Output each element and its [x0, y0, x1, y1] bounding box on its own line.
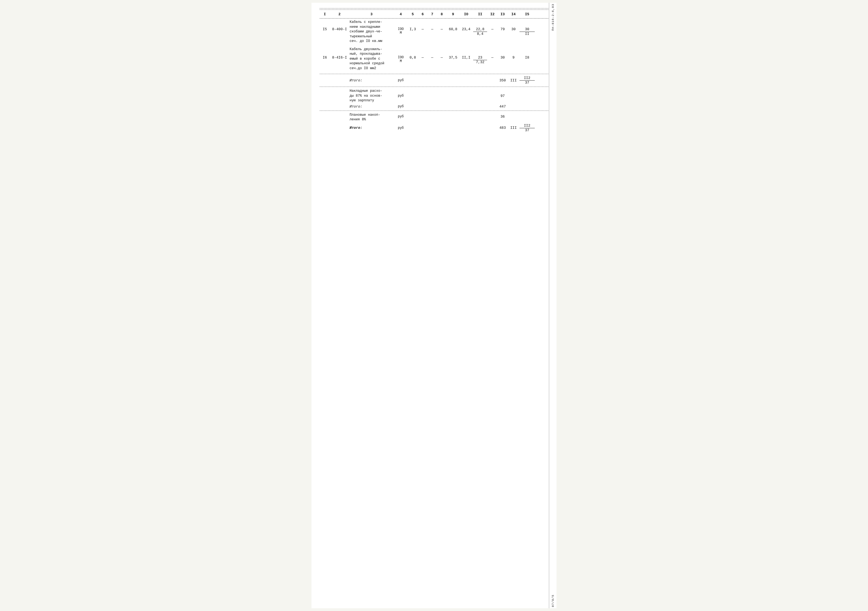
- row-i5-col4: IOOМ: [394, 20, 408, 35]
- pl-c14: [508, 112, 519, 113]
- pl-unit: руб: [394, 112, 408, 119]
- row-i6-col11: 23 7,32: [473, 47, 488, 65]
- row-i5-col15: 30 II: [519, 20, 535, 36]
- s2-c1: [320, 106, 330, 107]
- col-header-12: I2: [488, 12, 497, 17]
- nak-c7: [428, 88, 437, 89]
- nak-c14: [508, 88, 519, 89]
- nak-c1: [320, 88, 330, 89]
- s1-c4: руб: [394, 78, 408, 82]
- col-header-6: 6: [418, 12, 428, 17]
- s1-c15: II2 37: [519, 76, 535, 85]
- nak-c6: [418, 88, 428, 89]
- s2-c2: [330, 106, 349, 107]
- col-header-4: 4: [394, 12, 408, 17]
- s3-c15: II2 37: [519, 123, 535, 133]
- s3-c13: 483: [497, 126, 508, 130]
- pl-c2: [330, 112, 349, 113]
- s3-c9: [446, 128, 460, 128]
- row-i6-col2: 8-4I6-I: [330, 47, 349, 60]
- nak-c15: [519, 88, 535, 89]
- divider-1: [320, 74, 548, 74]
- nak-c5: [408, 88, 418, 89]
- pl-c1: [320, 112, 330, 113]
- col-header-10: IO: [460, 12, 473, 17]
- s2-c8: [437, 106, 446, 107]
- row-i5-col2: 8-400-I: [330, 20, 349, 32]
- pl-c12: [488, 112, 497, 113]
- s3-unit: руб: [394, 126, 408, 130]
- pl-c10: [460, 112, 473, 113]
- s2-label: Итого:: [349, 104, 394, 109]
- row-i6-col1: I6: [320, 47, 330, 60]
- pl-c13: 36: [497, 112, 508, 119]
- s1-label: Итого:: [349, 78, 394, 83]
- row-i5-col14: 30: [508, 20, 519, 32]
- nak-c2: [330, 88, 349, 89]
- pl-c11: [473, 112, 488, 113]
- s1-c6: [418, 80, 428, 81]
- row-i5-col9: 60,8: [446, 20, 460, 32]
- row-i5-col6: —: [418, 20, 428, 32]
- page-wrapper: I 2 3 4 5 6 7 8 9 IO II I2 I3 I4 I5 I5 8…: [312, 3, 556, 608]
- col-header-8: 8: [437, 12, 446, 17]
- col-header-15: I5: [519, 12, 535, 17]
- second-border: [320, 9, 548, 10]
- s2-c11: [473, 106, 488, 107]
- s2-c13: 447: [497, 104, 508, 109]
- summary-itogo-3: Итого: руб 483 III II2 37: [320, 123, 548, 133]
- row-i6-col3: Кабель двухжиль- ный, прокладыва- емый в…: [349, 47, 394, 71]
- s2-c9: [446, 106, 460, 107]
- row-i6-col15: I8: [519, 47, 535, 60]
- summary-itogo-2: Итого: руб 447: [320, 104, 548, 109]
- s3-c5: [408, 128, 418, 128]
- nak-c9: [446, 88, 460, 89]
- nak-c13: 97: [497, 88, 508, 98]
- s2-c14: [508, 106, 519, 107]
- s1-c7: [428, 80, 437, 81]
- row-i5-col3: Кабель с крепле- нием накладными скобами…: [349, 20, 394, 44]
- row-i5-col7: —: [428, 20, 437, 32]
- col-header-5: 5: [408, 12, 418, 17]
- s2-c12: [488, 106, 497, 107]
- pl-label: Плановые накоп- ления 8%: [349, 112, 394, 123]
- nak-c10: [460, 88, 473, 89]
- row-i6-col12: —: [488, 47, 497, 60]
- row-i5-col1: I5: [320, 20, 330, 32]
- col-header-7: 7: [428, 12, 437, 17]
- s3-c14: III: [508, 126, 519, 130]
- s1-c5: [408, 80, 418, 81]
- s2-c5: [408, 106, 418, 107]
- row-i5-col11: 22,8 8,4: [473, 20, 488, 36]
- s1-c11: [473, 80, 488, 81]
- pl-c6: [418, 112, 428, 113]
- s1-c14: III: [508, 78, 519, 83]
- s2-c10: [460, 106, 473, 107]
- s1-c8: [437, 80, 446, 81]
- summary-planovye: Плановые накоп- ления 8% руб 36: [320, 112, 548, 123]
- s3-c2: [330, 128, 349, 128]
- row-i5-col10: 23,4: [460, 20, 473, 32]
- s2-c7: [428, 106, 437, 107]
- doc-id-top: Пп-816-2-6,03: [551, 4, 555, 31]
- row-i6-col9: 37,5: [446, 47, 460, 60]
- col-header-3: 3: [349, 12, 394, 17]
- s2-unit: руб: [394, 104, 408, 109]
- doc-id-bottom: 87/8/5: [551, 595, 555, 607]
- nak-c8: [437, 88, 446, 89]
- s3-c8: [437, 128, 446, 128]
- s3-c7: [428, 128, 437, 128]
- row-i5-col12: —: [488, 20, 497, 32]
- s3-c11: [473, 128, 488, 128]
- right-sidebar: Пп-816-2-6,03 87/8/5: [549, 3, 556, 608]
- row-i6-main: I6 8-4I6-I Кабель двухжиль- ный, проклад…: [320, 47, 548, 71]
- s2-c6: [418, 106, 428, 107]
- s3-label: Итого:: [349, 126, 394, 130]
- divider-3: [320, 110, 548, 111]
- row-i6-col13: 30: [497, 47, 508, 60]
- s2-c15: [519, 106, 535, 107]
- s3-c1: [320, 128, 330, 128]
- divider-2: [320, 87, 548, 87]
- pl-c5: [408, 112, 418, 113]
- s3-c6: [418, 128, 428, 128]
